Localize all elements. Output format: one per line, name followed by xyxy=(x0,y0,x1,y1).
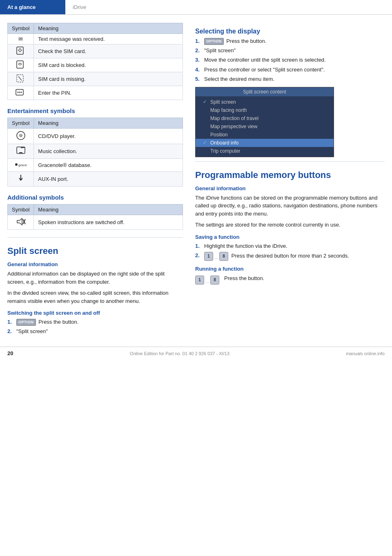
symbol-aux xyxy=(8,172,34,187)
step-text: "Split screen" xyxy=(16,328,48,335)
screen-items-list: ✓ Split screen Map facing north Map dire… xyxy=(196,96,334,157)
screen-item-label: Map facing north xyxy=(210,107,247,113)
step-text: OPTION Press the button. xyxy=(16,318,78,326)
meaning-sim-block: SIM card is blocked. xyxy=(34,58,183,72)
symbol-cd xyxy=(8,129,34,144)
split-screen-general-info-text2: In the divided screen view, the so-calle… xyxy=(7,289,183,305)
table-row: Check the SIM card. xyxy=(8,44,183,58)
step-text: OPTION Press the button. xyxy=(204,38,266,45)
screen-simulation: Split screen content ✓ Split screen Map … xyxy=(195,87,334,157)
step-num: 1. xyxy=(195,38,201,45)
left-column: Symbol Meaning Text message was received… xyxy=(7,23,183,338)
step-num: 2. xyxy=(195,47,201,54)
check-icon: ✓ xyxy=(203,140,208,145)
page-footer: 20 Online Edition for Part no. 01 40 2 9… xyxy=(0,347,392,360)
header-tab-left-label: At a glance xyxy=(7,4,36,10)
table-row: Music collection. xyxy=(8,144,183,159)
prog-memory-title: Programmable memory buttons xyxy=(195,170,385,180)
prog-general-text2: The settings are stored for the remote c… xyxy=(195,221,385,229)
symbol-pin xyxy=(8,86,34,100)
list-item: 3. Move the controller until the split s… xyxy=(195,56,385,64)
step-num: 1. xyxy=(195,242,201,250)
meaning-cd: CD/DVD player. xyxy=(34,129,183,144)
selecting-display-title: Selecting the display xyxy=(195,28,385,35)
table1-col2-header: Meaning xyxy=(34,23,183,34)
symbol-music xyxy=(8,144,34,159)
table-row: SIM card is blocked. xyxy=(8,58,183,72)
table-row: AUX-IN port. xyxy=(8,172,183,187)
meaning-aux: AUX-IN port. xyxy=(34,172,183,187)
memory-btn-1: 1 xyxy=(204,252,213,261)
meaning-sim-check: Check the SIM card. xyxy=(34,44,183,58)
step-num: 3. xyxy=(195,56,201,64)
svg-point-8 xyxy=(19,92,20,93)
table-row: CD/DVD player. xyxy=(8,129,183,144)
memory-btn-8-run: 8 xyxy=(210,276,219,285)
list-item: 4. Press the controller or select "Split… xyxy=(195,66,385,73)
step-text: Highlight the function via the iDrive. xyxy=(204,242,287,250)
screen-title-bar: Split screen content xyxy=(196,87,334,96)
table-row: gracenote Gracenote® database. xyxy=(8,159,183,172)
list-item: 2. "Split screen" xyxy=(195,47,385,54)
list-item: 2. "Split screen" xyxy=(7,328,183,335)
list-item: 1. OPTION Press the button. xyxy=(7,318,183,326)
meaning-envelope: Text message was received. xyxy=(34,34,183,44)
option-button-icon: OPTION xyxy=(16,319,36,326)
table3-col1-header: Symbol xyxy=(8,205,34,215)
screen-item: Map facing north xyxy=(196,106,334,114)
meaning-pin: Enter the PIN. xyxy=(34,86,183,100)
screen-item-label: Map perspective view xyxy=(210,124,257,129)
screen-item-label: Position xyxy=(210,132,228,138)
svg-rect-0 xyxy=(17,47,23,54)
screen-item-label: Map direction of travel xyxy=(210,116,258,121)
prog-general-title: General information xyxy=(195,185,385,191)
step-text: Move the controller until the split scre… xyxy=(204,56,326,64)
table-row: SIM card is missing. xyxy=(8,72,183,86)
main-content: Symbol Meaning Text message was received… xyxy=(0,15,392,347)
check-icon: ✓ xyxy=(203,99,208,105)
svg-rect-2 xyxy=(17,61,23,68)
symbol-mute xyxy=(8,215,34,230)
table-row: Enter the PIN. xyxy=(8,86,183,100)
memory-btn-1-run: 1 xyxy=(195,276,204,285)
screen-item: Trip computer xyxy=(196,147,334,155)
entertainment-symbols-table: Symbol Meaning CD/DVD player. Music coll… xyxy=(7,118,183,187)
svg-point-7 xyxy=(17,92,18,93)
symbol-sim-block xyxy=(8,58,34,72)
symbol-gracenote: gracenote xyxy=(8,159,34,172)
svg-point-12 xyxy=(20,135,21,136)
screen-item: Position xyxy=(196,131,334,139)
svg-point-1 xyxy=(19,49,21,51)
header-tab-idrive[interactable]: iDrive xyxy=(65,0,94,14)
symbol-envelope xyxy=(8,34,34,44)
svg-point-9 xyxy=(20,92,22,93)
step-num: 1. xyxy=(7,318,13,326)
step-num: 2. xyxy=(195,252,201,261)
meaning-sim-missing: SIM card is missing. xyxy=(34,72,183,86)
step-text: 1 … 8 Press the desired button for more … xyxy=(204,252,349,261)
screen-item-label: Trip computer xyxy=(210,148,241,154)
additional-symbols-table: Symbol Meaning Spoken instructions are s… xyxy=(7,204,183,230)
running-function-text: Press the button. xyxy=(224,274,264,282)
svg-line-5 xyxy=(18,76,22,80)
divider xyxy=(7,237,183,238)
selecting-steps-list: 1. OPTION Press the button. 2. "Split sc… xyxy=(195,38,385,83)
step-num: 4. xyxy=(195,66,201,73)
screen-item-label: Split screen xyxy=(210,99,236,105)
header-tab-at-a-glance[interactable]: At a glance xyxy=(0,0,65,14)
prog-general-text1: The iDrive functions can be stored on th… xyxy=(195,194,385,218)
screen-item: ✓ Split screen xyxy=(196,98,334,106)
screen-item: Map perspective view xyxy=(196,122,334,131)
table-row: Spoken instructions are switched off. xyxy=(8,215,183,230)
memory-btn-dots-run: … xyxy=(205,276,209,285)
memory-btn-dots: … xyxy=(214,252,218,261)
memory-button-pair-running: 1 … 8 xyxy=(195,276,219,285)
step-num: 2. xyxy=(7,328,13,335)
running-function-row: 1 … 8 Press the button. xyxy=(195,274,385,286)
meaning-music: Music collection. xyxy=(34,144,183,159)
memory-button-pair: 1 … 8 xyxy=(204,252,228,261)
footer-watermark: manuals online.info xyxy=(346,351,385,356)
svg-text:gracenote: gracenote xyxy=(18,163,27,167)
right-column: Selecting the display 1. OPTION Press th… xyxy=(195,23,385,338)
screen-item-label: Onboard info xyxy=(210,140,238,146)
